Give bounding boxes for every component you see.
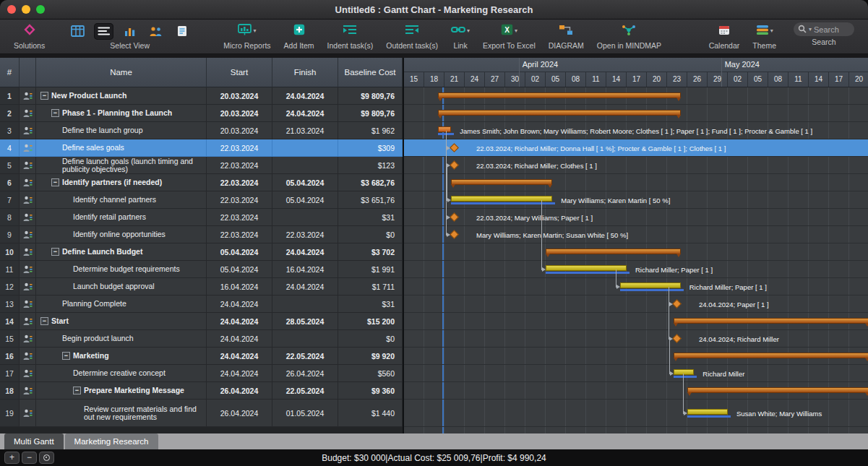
summary-bar[interactable] [674, 318, 868, 324]
search-input[interactable] [814, 25, 850, 34]
theme-button[interactable]: ▾ Theme [746, 22, 783, 50]
task-bar[interactable] [451, 196, 552, 202]
summary-bar[interactable] [687, 387, 868, 393]
link-button[interactable]: ▾ Link [444, 22, 476, 50]
table-row[interactable]: 19Review current materials and find out … [0, 400, 403, 427]
resource-icon [20, 261, 36, 278]
start-cell: 24.04.2024 [207, 330, 272, 348]
zoom-fit-button[interactable] [39, 452, 54, 464]
task-bar[interactable] [546, 265, 627, 271]
open-mindmap-button[interactable]: Open in MINDMAP [590, 22, 668, 50]
table-row[interactable]: 3Define the launch group20.03.202421.03.… [0, 122, 403, 139]
outdent-task-button[interactable]: Outdent task(s) [379, 22, 444, 50]
zoom-out-button[interactable]: − [22, 452, 37, 464]
solutions-button[interactable]: Solutions [7, 22, 51, 50]
tab-marketing-research[interactable]: Marketing Research [65, 433, 158, 449]
row-number: 11 [0, 261, 20, 278]
svg-text:X: X [504, 26, 510, 34]
milestone-diamond[interactable] [450, 212, 459, 222]
table-row[interactable]: 13Planning Complete24.04.2024$31 [0, 295, 403, 313]
summary-bar[interactable] [438, 92, 681, 98]
collapse-toggle[interactable]: − [51, 109, 59, 117]
table-row[interactable]: 17Determine creative concept24.04.202426… [0, 365, 403, 382]
day-header-cell: 05 [748, 72, 768, 87]
day-header-cell: 24 [465, 72, 485, 87]
day-header-cell: 20 [647, 72, 667, 87]
table-row[interactable]: 6−Identify partners (if needed)22.03.202… [0, 174, 403, 191]
table-view-icon[interactable] [68, 23, 87, 40]
table-row[interactable]: 18−Prepare Marketing Message26.04.202422… [0, 382, 403, 400]
task-bar[interactable] [674, 369, 694, 375]
table-row[interactable]: 14−Start24.04.202428.05.2024$15 200 [0, 313, 403, 330]
collapse-toggle[interactable]: − [62, 352, 70, 360]
collapse-toggle[interactable]: − [40, 92, 48, 100]
report-view-icon[interactable] [172, 23, 192, 40]
milestone-diamond[interactable] [672, 334, 682, 343]
timeline-header: April 2024May 2024 151821242730020508111… [404, 58, 868, 87]
task-name: Define sales goals [62, 144, 126, 152]
chart-view-icon[interactable] [120, 23, 139, 40]
gantt-row: 22.03.2024; Richard Miller; Donna Hall [… [404, 139, 868, 157]
collapse-toggle[interactable]: − [40, 317, 48, 325]
start-cell: 26.04.2024 [207, 382, 272, 400]
resource-icon [20, 105, 36, 122]
baseline-bar [687, 415, 731, 418]
collapse-toggle[interactable]: − [51, 178, 59, 186]
resource-icon [20, 209, 36, 226]
cost-cell: $3 651,76 [338, 191, 403, 209]
start-cell: 22.03.2024 [207, 157, 272, 174]
diagram-button[interactable]: DIAGRAM [542, 22, 590, 50]
milestone-diamond[interactable] [450, 143, 459, 152]
tab-multi-gantt[interactable]: Multi Gantt [4, 433, 64, 449]
summary-bar[interactable] [674, 353, 868, 358]
start-cell: 05.04.2024 [207, 243, 272, 261]
day-header-cell: 17 [627, 72, 647, 87]
milestone-diamond[interactable] [450, 160, 459, 170]
resource-icon [20, 243, 36, 261]
finish-cell: 21.03.2024 [272, 122, 338, 139]
start-cell: 22.03.2024 [207, 191, 272, 209]
toolbar-label: Export To Excel [483, 41, 536, 50]
milestone-diamond[interactable] [672, 299, 682, 308]
day-header-cell: 30 [505, 72, 525, 87]
table-row[interactable]: 7Identify channel partners22.03.202405.0… [0, 191, 403, 209]
summary-bar[interactable] [451, 179, 552, 185]
summary-bar[interactable] [438, 110, 681, 116]
finish-cell: 28.05.2024 [272, 313, 338, 330]
row-number: 16 [0, 348, 20, 365]
gantt-row [404, 105, 868, 122]
table-row[interactable]: 9Identify online opportunities22.03.2024… [0, 226, 403, 243]
table-row[interactable]: 8Identify retail partners22.03.2024$31 [0, 209, 403, 226]
task-bar[interactable] [438, 126, 452, 132]
task-bar[interactable] [687, 409, 728, 415]
collapse-toggle[interactable]: − [51, 248, 59, 256]
resources-view-icon[interactable] [146, 23, 166, 40]
milestone-diamond[interactable] [450, 230, 459, 239]
table-row[interactable]: 15Begin product launch24.04.2024$0 [0, 330, 403, 348]
summary-bar[interactable] [546, 249, 681, 254]
table-row[interactable]: 1−New Product Launch20.03.202424.04.2024… [0, 87, 403, 105]
table-row[interactable]: 10−Define Launch Budget05.04.202424.04.2… [0, 243, 403, 261]
zoom-in-button[interactable]: + [4, 452, 20, 464]
micro-reports-button[interactable]: ▾ Micro Reports [217, 22, 277, 50]
table-row[interactable]: 11Determine budget requirements05.04.202… [0, 261, 403, 278]
table-row[interactable]: 16−Marketing24.04.202422.05.2024$9 920 [0, 348, 403, 365]
collapse-toggle[interactable]: − [73, 387, 81, 394]
task-name: Determine budget requirements [73, 265, 182, 273]
gantt-view-icon[interactable] [94, 23, 113, 40]
search-box[interactable]: ▾ [794, 22, 854, 36]
task-annotation: 22.03.2024; Mary Williams; Paper [ 1 ] [476, 213, 593, 221]
row-number: 3 [0, 122, 20, 139]
add-item-button[interactable]: Add Item [278, 22, 321, 50]
table-row[interactable]: 4Define sales goals22.03.2024$309 [0, 139, 403, 157]
indent-task-button[interactable]: Indent task(s) [321, 22, 380, 50]
table-row[interactable]: 5Define launch goals (launch timing and … [0, 157, 403, 174]
finish-cell: 05.04.2024 [272, 191, 338, 209]
calendar-button[interactable]: Calendar [702, 22, 747, 50]
table-row[interactable]: 2−Phase 1 - Planning the Launch20.03.202… [0, 105, 403, 122]
export-excel-button[interactable]: X▾ Export To Excel [476, 22, 542, 50]
task-bar[interactable] [620, 282, 681, 288]
row-number: 14 [0, 313, 20, 330]
task-name: Identify online opportunities [73, 230, 168, 238]
table-row[interactable]: 12Launch budget approval16.04.202424.04.… [0, 278, 403, 295]
